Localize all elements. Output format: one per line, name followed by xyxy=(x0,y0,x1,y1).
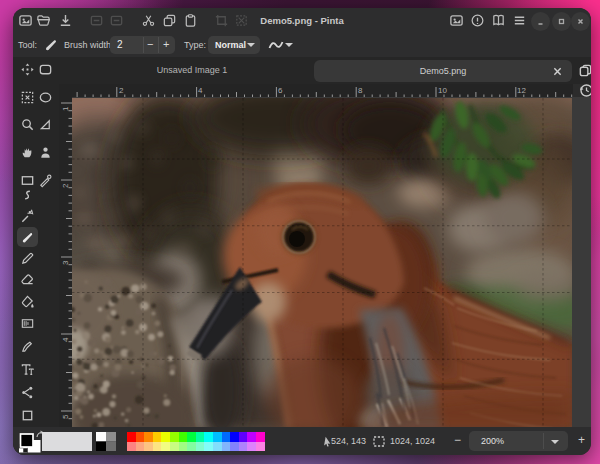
svg-text:5: 5 xyxy=(61,414,70,419)
svg-text:8: 8 xyxy=(358,86,363,95)
svg-text:2: 2 xyxy=(61,183,70,188)
svg-text:2: 2 xyxy=(119,86,124,95)
svg-text:4: 4 xyxy=(198,86,203,95)
svg-text:1: 1 xyxy=(61,106,70,111)
svg-text:10: 10 xyxy=(438,86,447,95)
svg-text:12: 12 xyxy=(517,86,526,95)
svg-text:6: 6 xyxy=(278,86,283,95)
svg-text:4: 4 xyxy=(61,337,70,342)
svg-text:3: 3 xyxy=(61,260,70,265)
